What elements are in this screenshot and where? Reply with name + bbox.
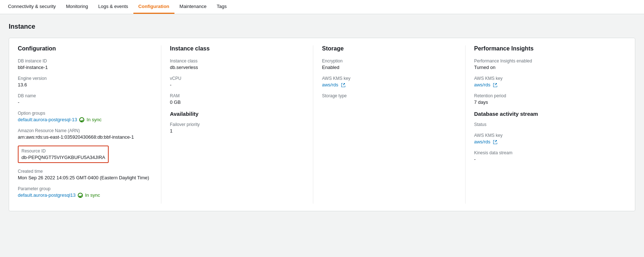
instance-class-value: db.serverless: [170, 65, 305, 70]
db-activity-heading: Database activity stream: [474, 111, 627, 117]
option-groups-link[interactable]: default:aurora-postgresql-13: [18, 117, 77, 122]
perf-kms-field: AWS KMS key aws/rds: [474, 76, 627, 87]
vcpu-value: -: [170, 82, 305, 87]
perf-enabled-label: Performance Insights enabled: [474, 58, 627, 64]
perf-kms-value-row: aws/rds: [474, 82, 627, 87]
performance-column: Performance Insights Performance Insight…: [474, 45, 627, 204]
tab-logs[interactable]: Logs & events: [93, 0, 133, 14]
instance-class-column: Instance class Instance class db.serverl…: [170, 45, 314, 204]
perf-kms-label: AWS KMS key: [474, 76, 627, 81]
db-instance-id-label: DB instance ID: [18, 58, 152, 64]
encryption-field: Encryption Enabled: [322, 58, 456, 70]
tab-connectivity[interactable]: Connectivity & security: [3, 0, 61, 14]
db-name-field: DB name -: [18, 93, 152, 105]
vcpu-label: vCPU: [170, 76, 305, 81]
option-groups-sync-status: In sync: [86, 117, 101, 122]
activity-status-field: Status: [474, 122, 627, 127]
tab-tags[interactable]: Tags: [212, 0, 232, 14]
engine-version-value: 13.6: [18, 82, 152, 87]
tab-configuration[interactable]: Configuration: [133, 0, 174, 14]
ram-field: RAM 0 GB: [170, 93, 305, 105]
parameter-group-link[interactable]: default.aurora-postgresql13: [18, 192, 76, 198]
activity-kms-field: AWS KMS key aws/rds: [474, 133, 627, 144]
arn-label: Amazon Resource Name (ARN): [18, 128, 152, 133]
instance-class-field: Instance class db.serverless: [170, 58, 305, 70]
parameter-group-sync-status: In sync: [85, 192, 100, 198]
tabs-bar: Connectivity & security Monitoring Logs …: [0, 0, 644, 14]
arn-value: arn:aws:rds:us-east-1:035920430668:db:bb…: [18, 134, 152, 140]
storage-kms-external-icon: [341, 83, 346, 87]
activity-kms-label: AWS KMS key: [474, 133, 627, 138]
configuration-heading: Configuration: [18, 45, 152, 52]
instance-card: Configuration DB instance ID bbf-instanc…: [9, 38, 635, 211]
performance-heading: Performance Insights: [474, 45, 627, 52]
kinesis-stream-value: -: [474, 156, 627, 162]
resource-id-label: Resource ID: [21, 148, 105, 154]
perf-kms-external-icon: [493, 83, 498, 87]
resource-id-highlighted: Resource ID db-PEPQNGT75VIYGKBUFU5A34JIR…: [18, 146, 109, 163]
tab-monitoring[interactable]: Monitoring: [61, 0, 93, 14]
activity-kms-value-row: aws/rds: [474, 139, 627, 144]
main-content: Instance Configuration DB instance ID bb…: [0, 14, 644, 220]
option-groups-check-icon: [79, 117, 84, 122]
storage-kms-link[interactable]: aws/rds: [322, 82, 338, 87]
db-instance-id-field: DB instance ID bbf-instance-1: [18, 58, 152, 70]
storage-kms-field: AWS KMS key aws/rds: [322, 76, 456, 87]
tab-maintenance[interactable]: Maintenance: [174, 0, 212, 14]
created-time-field: Created time Mon Sep 26 2022 14:05:25 GM…: [18, 169, 152, 180]
parameter-group-check-icon: [78, 193, 83, 198]
failover-priority-label: Failover priority: [170, 122, 305, 127]
arn-field: Amazon Resource Name (ARN) arn:aws:rds:u…: [18, 128, 152, 140]
ram-value: 0 GB: [170, 99, 305, 105]
engine-version-label: Engine version: [18, 76, 152, 81]
parameter-group-value-row: default.aurora-postgresql13 In sync: [18, 192, 152, 198]
db-name-value: -: [18, 99, 152, 105]
perf-kms-link[interactable]: aws/rds: [474, 82, 491, 87]
retention-period-field: Retention period 7 days: [474, 93, 627, 105]
activity-kms-link[interactable]: aws/rds: [474, 139, 491, 144]
availability-heading: Availability: [170, 111, 305, 117]
activity-status-label: Status: [474, 122, 627, 127]
encryption-value: Enabled: [322, 65, 456, 70]
option-groups-field: Option groups default:aurora-postgresql-…: [18, 111, 152, 122]
created-time-value: Mon Sep 26 2022 14:05:25 GMT-0400 (Easte…: [18, 175, 152, 180]
failover-priority-value: 1: [170, 128, 305, 134]
columns-grid: Configuration DB instance ID bbf-instanc…: [18, 45, 626, 204]
perf-enabled-field: Performance Insights enabled Turned on: [474, 58, 627, 70]
perf-enabled-value: Turned on: [474, 65, 627, 70]
encryption-label: Encryption: [322, 58, 456, 64]
db-name-label: DB name: [18, 93, 152, 98]
section-title: Instance: [9, 23, 635, 30]
retention-period-value: 7 days: [474, 99, 627, 105]
resource-id-value: db-PEPQNGT75VIYGKBUFU5A34JIRA: [21, 155, 105, 160]
kinesis-stream-label: Kinesis data stream: [474, 150, 627, 155]
storage-column: Storage Encryption Enabled AWS KMS key a…: [322, 45, 466, 204]
storage-type-label: Storage type: [322, 93, 456, 98]
storage-kms-label: AWS KMS key: [322, 76, 456, 81]
db-instance-id-value: bbf-instance-1: [18, 65, 152, 70]
retention-period-label: Retention period: [474, 93, 627, 98]
vcpu-field: vCPU -: [170, 76, 305, 87]
failover-priority-field: Failover priority 1: [170, 122, 305, 134]
activity-kms-external-icon: [493, 140, 498, 144]
ram-label: RAM: [170, 93, 305, 98]
option-groups-label: Option groups: [18, 111, 152, 116]
storage-type-field: Storage type: [322, 93, 456, 98]
instance-class-heading: Instance class: [170, 45, 305, 52]
instance-class-label: Instance class: [170, 58, 305, 64]
storage-kms-value-row: aws/rds: [322, 82, 456, 87]
created-time-label: Created time: [18, 169, 152, 174]
kinesis-stream-field: Kinesis data stream -: [474, 150, 627, 162]
engine-version-field: Engine version 13.6: [18, 76, 152, 87]
option-groups-value-row: default:aurora-postgresql-13 In sync: [18, 117, 152, 122]
parameter-group-field: Parameter group default.aurora-postgresq…: [18, 186, 152, 198]
configuration-column: Configuration DB instance ID bbf-instanc…: [18, 45, 161, 204]
storage-heading: Storage: [322, 45, 456, 52]
parameter-group-label: Parameter group: [18, 186, 152, 191]
